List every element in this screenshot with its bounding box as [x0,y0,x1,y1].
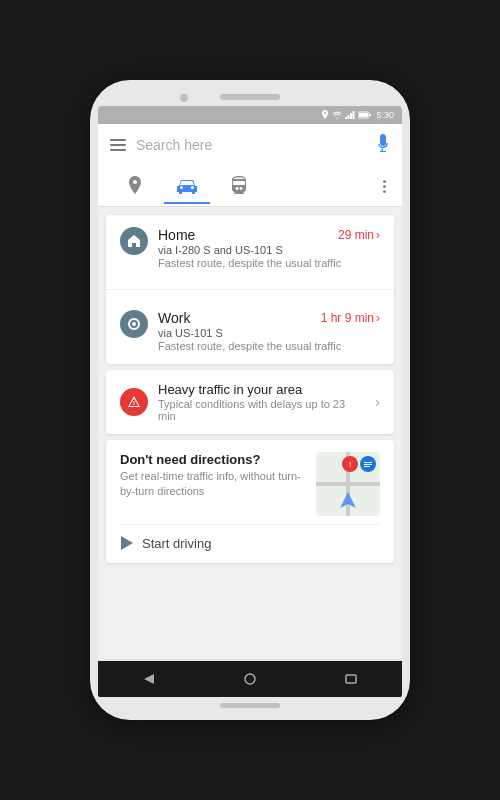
traffic-alert-icon [120,388,148,416]
home-route-icon [120,227,148,255]
svg-rect-1 [348,115,350,119]
svg-rect-12 [364,466,370,467]
speaker-bar [220,94,280,100]
map-nav-arrow [338,490,358,510]
home-route-name: Home [158,227,195,243]
work-route-time: 1 hr 9 min › [321,311,380,325]
tabs-row [98,166,402,207]
start-driving-label: Start driving [142,536,211,551]
map-preview: ! [316,452,380,516]
traffic-alert-title: Heavy traffic in your area [158,382,365,397]
phone-top-bar [98,92,402,106]
status-icons [321,110,372,120]
search-bar: Search here [98,124,402,166]
map-overlay-icons: ! [342,456,376,472]
driving-tab-icon [176,178,198,194]
search-input[interactable]: Search here [136,137,366,153]
home-route-desc: Fastest route, despite the usual traffic [158,257,380,269]
mic-icon[interactable] [376,134,390,156]
work-route[interactable]: Work 1 hr 9 min › via US-101 S Fastest r… [106,298,394,364]
svg-rect-0 [345,117,347,119]
tab-transit[interactable] [218,172,260,200]
traffic-alert-info: Heavy traffic in your area Typical condi… [158,382,365,422]
hamburger-menu-icon[interactable] [110,139,126,151]
home-route-info: Home 29 min › via I-280 S and US-101 S F… [158,227,380,269]
svg-point-15 [245,674,255,684]
svg-rect-10 [364,462,372,463]
start-driving-row[interactable]: Start driving [120,524,380,551]
home-route-via: via I-280 S and US-101 S [158,244,380,256]
bottom-handle [220,703,280,708]
home-route[interactable]: Home 29 min › via I-280 S and US-101 S F… [106,215,394,281]
signal-status-icon [345,111,355,119]
start-driving-icon [120,535,134,551]
work-route-name: Work [158,310,190,326]
bottom-nav-bar [98,661,402,697]
work-route-via: via US-101 S [158,327,380,339]
svg-rect-6 [359,113,368,117]
location-status-icon [321,110,329,120]
tab-location[interactable] [114,172,156,200]
phone-frame: 5:30 Search here [90,80,410,720]
no-directions-card: Don't need directions? Get real-time tra… [106,440,394,563]
recents-button[interactable] [333,665,369,693]
directions-text: Don't need directions? Get real-time tra… [120,452,306,516]
traffic-alert-card[interactable]: Heavy traffic in your area Typical condi… [106,370,394,434]
svg-rect-3 [353,111,355,119]
routes-card: Home 29 min › via I-280 S and US-101 S F… [106,215,394,364]
wifi-status-icon [332,111,342,119]
svg-rect-5 [369,114,371,116]
more-options-button[interactable] [383,180,386,193]
back-button[interactable] [131,665,167,693]
home-button[interactable] [232,665,268,693]
work-route-desc: Fastest route, despite the usual traffic [158,340,380,352]
transit-tab-icon [230,176,248,196]
svg-rect-2 [350,113,352,119]
camera-dot [180,94,188,102]
svg-marker-13 [121,536,133,550]
svg-point-8 [132,322,136,326]
directions-title: Don't need directions? [120,452,306,467]
status-time: 5:30 [376,110,394,120]
map-icon-nav [360,456,376,472]
home-route-time: 29 min › [338,228,380,242]
directions-desc: Get real-time traffic info, without turn… [120,469,306,500]
work-route-info: Work 1 hr 9 min › via US-101 S Fastest r… [158,310,380,352]
status-bar: 5:30 [98,106,402,124]
svg-marker-14 [144,674,154,684]
map-icon-traffic: ! [342,456,358,472]
phone-screen: 5:30 Search here [98,106,402,659]
cards-container: Home 29 min › via I-280 S and US-101 S F… [98,207,402,659]
svg-rect-11 [364,464,372,465]
svg-rect-16 [346,675,356,683]
work-route-icon [120,310,148,338]
battery-status-icon [358,111,372,119]
traffic-alert-chevron: › [375,394,380,410]
svg-marker-9 [340,492,356,508]
traffic-alert-desc: Typical conditions with delays up to 23 … [158,398,365,422]
tab-driving[interactable] [164,174,210,198]
location-tab-icon [126,176,144,196]
